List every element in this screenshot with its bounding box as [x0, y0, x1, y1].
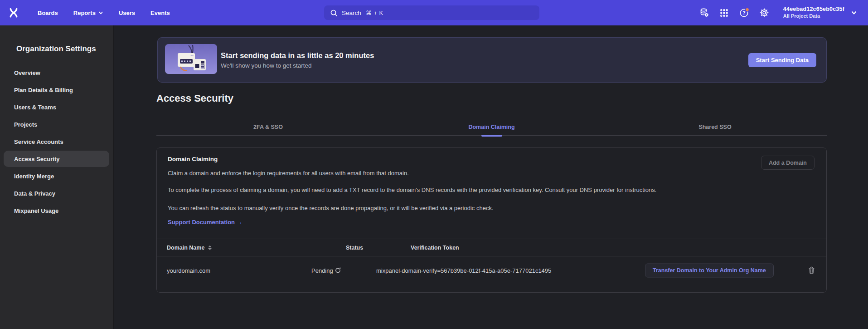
description-paragraph: To complete the process of claiming a do…: [168, 186, 657, 195]
table-row: yourdomain.com Pending mixpanel-domain-v…: [157, 256, 826, 284]
refresh-icon: [335, 267, 341, 274]
sort-icon[interactable]: [208, 246, 212, 250]
project-name: All Project Data: [783, 13, 844, 20]
notification-badge: [746, 8, 749, 11]
user-org-menu[interactable]: 44eebad12c65eb0c35f All Project Data: [783, 6, 844, 20]
sidebar-item-label: Access Security: [14, 156, 59, 162]
sidebar-item-label: Plan Details & Billing: [14, 87, 73, 93]
add-domain-button[interactable]: Add a Domain: [761, 156, 815, 170]
column-header-domain-name[interactable]: Domain Name: [167, 245, 212, 251]
top-navbar: Boards Reports Users Events Search ⌘ + K: [0, 0, 868, 25]
refresh-status-button[interactable]: [335, 267, 341, 274]
apps-menu-button[interactable]: [719, 7, 730, 18]
org-settings-sidebar: Organization Settings Overview Plan Deta…: [0, 25, 114, 329]
nav-item-users[interactable]: Users: [119, 10, 135, 16]
sidebar-item-data-privacy[interactable]: Data & Privacy: [4, 185, 109, 201]
navbar-right-cluster: ? 44eebad12c65eb0c35f All Project Data: [690, 0, 868, 25]
search-shortcut-hint: ⌘ + K: [366, 10, 383, 16]
tab-label: 2FA & SSO: [253, 124, 283, 130]
primary-nav: Boards Reports Users Events: [38, 10, 170, 16]
nav-item-label: Events: [150, 10, 170, 16]
sidebar-item-label: Users & Teams: [14, 104, 56, 111]
domain-name-cell: yourdomain.com: [167, 267, 210, 274]
description-paragraph: Claim a domain and enforce the login req…: [168, 169, 657, 178]
domains-table: Domain Name Status Verification Token yo…: [157, 239, 826, 284]
tab-2fa-sso[interactable]: 2FA & SSO: [156, 119, 380, 135]
onboarding-banner: Start sending data in as little as 20 mi…: [157, 37, 827, 83]
banner-text: Start sending data in as little as 20 mi…: [221, 51, 374, 69]
sidebar-item-label: Mixpanel Usage: [14, 207, 58, 214]
nav-item-label: Boards: [38, 10, 58, 16]
sidebar-item-projects[interactable]: Projects: [4, 116, 109, 133]
nav-item-label: Users: [119, 10, 135, 16]
sidebar-item-label: Service Accounts: [14, 138, 63, 145]
user-menu-chevron-button[interactable]: [851, 10, 857, 16]
sidebar-item-label: Overview: [14, 69, 40, 76]
banner-subtitle: We'll show you how to get started: [221, 62, 374, 69]
sidebar-item-identity-merge[interactable]: Identity Merge: [4, 168, 109, 184]
mixpanel-logo-icon[interactable]: [8, 7, 19, 19]
active-tab-indicator: [481, 135, 502, 137]
domain-claiming-card: Domain Claiming Add a Domain Claim a dom…: [156, 147, 827, 293]
sidebar-item-label: Identity Merge: [14, 173, 54, 180]
svg-text:?: ?: [742, 10, 745, 15]
main-content: Start sending data in as little as 20 mi…: [114, 25, 868, 329]
column-header-label: Domain Name: [167, 245, 204, 251]
tab-label: Domain Claiming: [468, 124, 514, 130]
start-sending-data-button[interactable]: Start Sending Data: [748, 53, 816, 67]
trash-icon: [808, 266, 815, 275]
gear-icon: [759, 8, 769, 18]
section-title: Domain Claiming: [168, 155, 815, 163]
verification-token-cell: mixpanel-domain-verify=567b39be-012f-415…: [376, 267, 551, 274]
search-placeholder: Search: [342, 10, 361, 16]
data-management-button[interactable]: [699, 7, 710, 18]
sidebar-item-service-accounts[interactable]: Service Accounts: [4, 133, 109, 150]
status-cell: Pending: [311, 267, 333, 274]
settings-button[interactable]: [759, 7, 770, 18]
chevron-down-icon: [851, 10, 857, 16]
getting-started-illustration: [165, 44, 217, 74]
banner-title: Start sending data in as little as 20 mi…: [221, 51, 374, 60]
tab-domain-claiming[interactable]: Domain Claiming: [380, 119, 603, 135]
nav-item-label: Reports: [73, 10, 96, 16]
apps-grid-icon: [719, 8, 729, 18]
transfer-domain-button[interactable]: Transfer Domain to Your Admin Org Name: [645, 263, 774, 277]
org-id: 44eebad12c65eb0c35f: [783, 6, 844, 13]
sidebar-item-users-teams[interactable]: Users & Teams: [4, 99, 109, 115]
tab-shared-sso[interactable]: Shared SSO: [603, 119, 827, 135]
delete-domain-button[interactable]: [807, 266, 816, 275]
help-button[interactable]: ?: [739, 7, 750, 18]
description-paragraph: You can refresh the status to manually v…: [168, 204, 657, 213]
sidebar-nav: Overview Plan Details & Billing Users & …: [0, 64, 113, 219]
sidebar-item-plan-details-billing[interactable]: Plan Details & Billing: [4, 82, 109, 98]
sidebar-title: Organization Settings: [16, 44, 96, 54]
column-header-verification-token: Verification Token: [411, 245, 459, 251]
table-header-row: Domain Name Status Verification Token: [157, 239, 826, 256]
column-header-status: Status: [346, 245, 363, 251]
nav-item-events[interactable]: Events: [150, 10, 170, 16]
sidebar-item-mixpanel-usage[interactable]: Mixpanel Usage: [4, 202, 109, 219]
sidebar-item-label: Data & Privacy: [14, 190, 55, 197]
sidebar-item-label: Projects: [14, 121, 37, 128]
chevron-down-icon: [98, 10, 103, 15]
sidebar-item-overview[interactable]: Overview: [4, 64, 109, 81]
database-gear-icon: [699, 8, 709, 18]
access-security-tabs: 2FA & SSO Domain Claiming Shared SSO: [156, 119, 827, 136]
search-icon: [330, 9, 338, 17]
nav-item-reports[interactable]: Reports: [73, 10, 103, 16]
tab-label: Shared SSO: [698, 124, 731, 130]
support-documentation-link[interactable]: Support Documentation →: [168, 218, 242, 227]
page-title: Access Security: [156, 93, 233, 104]
global-search-input[interactable]: Search ⌘ + K: [324, 5, 539, 20]
sidebar-item-access-security[interactable]: Access Security: [4, 151, 109, 167]
help-icon: ?: [739, 7, 750, 18]
nav-item-boards[interactable]: Boards: [38, 10, 58, 16]
